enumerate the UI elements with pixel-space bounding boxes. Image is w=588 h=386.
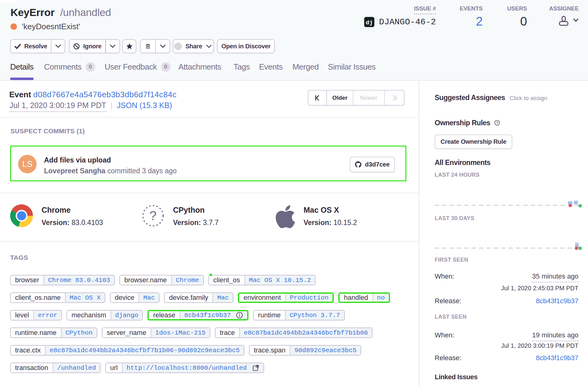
svg-text:?: ? — [496, 121, 498, 125]
svg-text:?: ? — [149, 208, 156, 223]
svg-text:dj: dj — [366, 19, 373, 26]
